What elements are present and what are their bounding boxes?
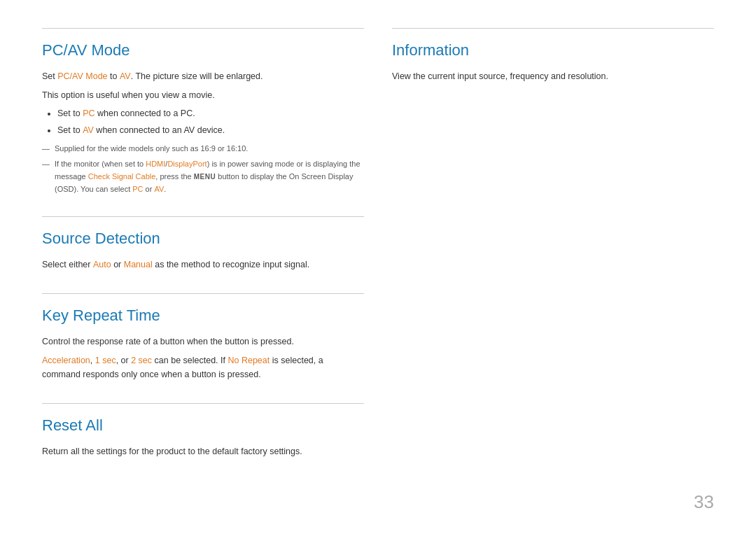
section-title-information: Information [392, 41, 714, 59]
section-information: Information View the current input sourc… [392, 41, 714, 84]
pcav-highlight-2: AV [120, 71, 131, 81]
pcav-note-av: AV [154, 185, 164, 193]
pcav-note-1: Supplied for the wide models only such a… [42, 142, 364, 155]
krt-accel: Acceleration [42, 356, 90, 365]
pcav-note-check: Check Signal Cable [88, 172, 156, 181]
two-col-layout: PC/AV Mode Set PC/AV Mode to AV. The pic… [42, 28, 714, 480]
section-title-reset-all: Reset All [42, 416, 364, 435]
pcav-bullet-1: Set to PC when connected to a PC. [57, 106, 364, 121]
divider-source-detection [42, 216, 364, 217]
section-body-source-detection: Select either Auto or Manual as the meth… [42, 258, 364, 272]
section-title-pc-av-mode: PC/AV Mode [42, 41, 364, 59]
krt-para-2: Acceleration, 1 sec, or 2 sec can be sel… [42, 353, 364, 382]
pcav-bullet-list: Set to PC when connected to a PC. Set to… [42, 106, 364, 137]
section-source-detection: Source Detection Select either Auto or M… [42, 230, 364, 272]
pcav-note-menu: menu [194, 173, 216, 181]
pcav-highlight-1: PC/AV Mode [57, 71, 107, 81]
page-number: 33 [694, 491, 714, 513]
pcav-note-hdmi: HDMI [146, 160, 165, 168]
divider-reset-all [42, 403, 364, 404]
krt-norepeat: No Repeat [227, 356, 270, 365]
pcav-para-1: Set PC/AV Mode to AV. The picture size w… [42, 69, 364, 84]
section-body-information: View the current input source, frequency… [392, 69, 714, 84]
section-title-key-repeat-time: Key Repeat Time [42, 307, 364, 325]
section-reset-all: Reset All Return all the settings for th… [42, 416, 364, 459]
page-container: PC/AV Mode Set PC/AV Mode to AV. The pic… [0, 0, 756, 534]
krt-2sec: 2 sec [131, 356, 152, 365]
section-title-source-detection: Source Detection [42, 230, 364, 248]
section-key-repeat-time: Key Repeat Time Control the response rat… [42, 307, 364, 382]
sd-manual: Manual [124, 260, 153, 269]
pcav-note-dp: DisplayPort [167, 160, 206, 168]
section-body-key-repeat-time: Control the response rate of a button wh… [42, 335, 364, 382]
pcav-bullet-2: Set to AV when connected to an AV device… [57, 123, 364, 138]
right-column: Information View the current input sourc… [392, 28, 714, 480]
section-body-reset-all: Return all the settings for the product … [42, 444, 364, 459]
krt-1sec: 1 sec [95, 356, 116, 365]
section-body-pc-av-mode: Set PC/AV Mode to AV. The picture size w… [42, 69, 364, 195]
sd-para-1: Select either Auto or Manual as the meth… [42, 258, 364, 272]
info-para-1: View the current input source, frequency… [392, 69, 714, 84]
pcav-note-pc: PC [132, 185, 143, 193]
divider-key-repeat [42, 293, 364, 294]
pcav-bullet-2-av: AV [83, 125, 94, 135]
pcav-para-2: This option is useful when you view a mo… [42, 88, 364, 103]
sd-auto: Auto [93, 260, 111, 269]
krt-para-1: Control the response rate of a button wh… [42, 335, 364, 349]
ra-para-1: Return all the settings for the product … [42, 444, 364, 459]
pcav-note-2: If the monitor (when set to HDMI/Display… [42, 157, 364, 196]
section-pc-av-mode: PC/AV Mode Set PC/AV Mode to AV. The pic… [42, 41, 364, 195]
pcav-bullet-1-pc: PC [83, 108, 94, 118]
left-column: PC/AV Mode Set PC/AV Mode to AV. The pic… [42, 28, 364, 480]
